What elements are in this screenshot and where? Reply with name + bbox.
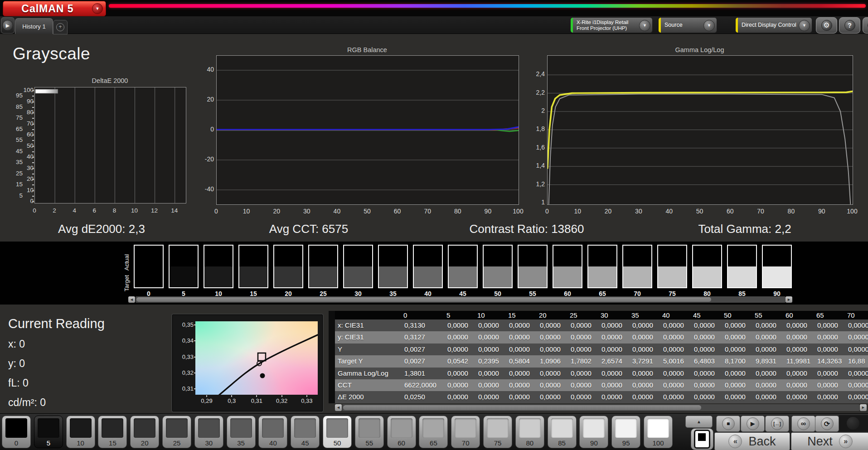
tab-bar: ▶ History 1 + X-Rite i1Display Retail Fr…: [0, 16, 868, 34]
table-cell: 0,0000: [477, 319, 508, 331]
deltae-tick-mark: [32, 118, 34, 119]
deltae-y-tick-minor: 55: [12, 136, 23, 143]
rgb-chart-title: RGB Balance: [216, 46, 518, 53]
pattern-swatch: [262, 418, 284, 438]
pattern-button-90[interactable]: 90: [579, 416, 608, 448]
pattern-button-0[interactable]: 0: [2, 416, 31, 448]
deltae-y-tick-major: 20: [21, 175, 34, 182]
pattern-button-label: 0: [2, 439, 30, 447]
pattern-button-70[interactable]: 70: [451, 416, 480, 448]
expand-patterns-button[interactable]: ▲: [685, 416, 713, 428]
pattern-button-95[interactable]: 95: [611, 416, 640, 448]
table-cell: 0,0542: [446, 355, 477, 367]
table-cell: 0,0000: [693, 344, 724, 355]
cie-y-tick: 0,32: [174, 369, 194, 376]
rainbow-stripe: [109, 4, 866, 8]
inactive-circle: [847, 417, 859, 430]
tab-scroll-button[interactable]: ▶: [1, 17, 15, 34]
table-cell: 6,4803: [693, 355, 724, 367]
pattern-button-15[interactable]: 15: [98, 416, 127, 448]
pattern-button-20[interactable]: 20: [130, 416, 159, 448]
pattern-button-40[interactable]: 40: [258, 416, 287, 448]
rgb-x-tick: 40: [329, 208, 345, 215]
pattern-button-label: 95: [612, 439, 640, 447]
gamma-chart: Gamma Log/Log2,42,221,81,61,41,210102030…: [526, 45, 868, 218]
collapse-panel-button[interactable]: ◀: [863, 17, 868, 34]
window-pattern-button[interactable]: [691, 428, 713, 450]
table-cell: 0,0000: [508, 379, 539, 391]
gamma-y-tick: 1,8: [526, 125, 545, 132]
swatch-step-0: [134, 245, 164, 288]
table-cell: 0,0000: [786, 319, 816, 331]
pattern-button-30[interactable]: 30: [194, 416, 223, 448]
play-button[interactable]: ▶: [741, 416, 765, 432]
pattern-button-5[interactable]: 5: [34, 416, 63, 448]
pattern-button-65[interactable]: 65: [419, 416, 448, 448]
calman-logo-button[interactable]: CalMAN 5 ▼: [3, 1, 106, 16]
table-scroll-left-button[interactable]: ◄: [335, 404, 342, 411]
table-cell: 0,0000: [847, 319, 868, 331]
pattern-button-35[interactable]: 35: [227, 416, 256, 448]
swatch-step-30: [343, 245, 373, 288]
tab-history-1[interactable]: History 1: [15, 18, 53, 34]
table-cell: 0,0000: [446, 319, 477, 331]
continuous-button[interactable]: ∞: [791, 416, 815, 432]
pattern-button-label: 75: [484, 439, 512, 447]
gamma-y-tick: 2,2: [526, 89, 545, 96]
pattern-bar: 0510152025303540455055606570758085909510…: [0, 413, 868, 450]
gamma-chart-title: Gamma Log/Log: [547, 46, 852, 53]
table-scrollbar[interactable]: ◄►: [335, 404, 868, 411]
loop-button[interactable]: ⟳: [815, 416, 839, 432]
step-range-button[interactable]: [↔]: [765, 416, 789, 432]
next-button[interactable]: Next»: [791, 432, 868, 450]
pattern-button-100[interactable]: 100: [644, 416, 673, 448]
add-tab-button[interactable]: +: [53, 20, 68, 34]
pattern-button-45[interactable]: 45: [291, 416, 320, 448]
table-cell: 0,0000: [601, 368, 631, 379]
pattern-button-60[interactable]: 60: [387, 416, 416, 448]
pattern-button-80[interactable]: 80: [515, 416, 544, 448]
table-cell: 0,0000: [816, 391, 847, 403]
table-cell: 0,0000: [601, 319, 631, 331]
pattern-button-label: 10: [67, 439, 95, 447]
table-cell: 1,0906: [539, 355, 570, 367]
meter-dropdown[interactable]: X-Rite i1Display Retail Front Projector …: [570, 17, 653, 33]
table-scrollbar-thumb[interactable]: [343, 405, 701, 410]
source-dropdown[interactable]: Source ▼: [658, 17, 717, 33]
pattern-button-10[interactable]: 10: [66, 416, 95, 448]
rgb-plot-svg: [217, 56, 519, 204]
strip-scroll-left-button[interactable]: ◄: [128, 296, 135, 303]
stop-button[interactable]: ■: [716, 416, 740, 432]
deltae-x-tick: 12: [148, 207, 161, 214]
pattern-button-50[interactable]: 50: [323, 416, 352, 448]
table-cell: 0,0000: [786, 368, 816, 379]
strip-scrollbar-thumb[interactable]: [136, 297, 711, 302]
table-cell: 0,0000: [724, 391, 755, 403]
table-cell: 0,0000: [570, 331, 601, 343]
pattern-button-85[interactable]: 85: [548, 416, 577, 448]
table-column-header: 40: [662, 311, 693, 319]
pattern-button-75[interactable]: 75: [483, 416, 512, 448]
cie-tick-mark: [194, 357, 196, 358]
display-control-dropdown[interactable]: Direct Display Control ▼: [735, 17, 812, 33]
table-cell: 0,0000: [693, 319, 724, 331]
deltae-tick-mark: [32, 201, 34, 202]
deltae-tick-mark: [32, 162, 34, 163]
swatch-step-20: [273, 245, 303, 288]
help-button[interactable]: ?: [839, 17, 860, 34]
stop-icon: ■: [722, 417, 735, 430]
table-row: ΔE 20000,02500,00000,00000,00000,00000,0…: [335, 391, 868, 403]
settings-button[interactable]: ⚙: [816, 17, 837, 34]
pattern-swatch: [391, 418, 412, 438]
pattern-button-55[interactable]: 55: [355, 416, 384, 448]
table-scroll-right-button[interactable]: ►: [860, 404, 867, 411]
strip-scroll-right-button[interactable]: ►: [786, 296, 792, 303]
pattern-button-25[interactable]: 25: [162, 416, 191, 448]
back-button[interactable]: «Back: [714, 432, 790, 450]
deltae-tick-mark: [32, 190, 34, 191]
play-icon: ▶: [747, 417, 759, 430]
swatch-step-25: [308, 245, 338, 288]
table-cell: 9,8931: [755, 355, 786, 367]
swatch-step-10: [204, 245, 233, 288]
table-cell: 0,0000: [477, 391, 508, 403]
